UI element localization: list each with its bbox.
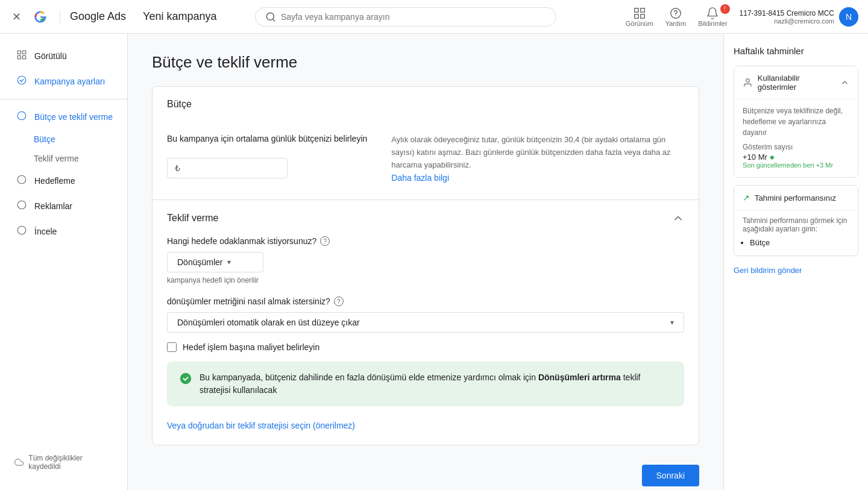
- sidebar-item-hedefleme-label: Hedefleme: [34, 176, 75, 186]
- gorutulu-icon: [16, 49, 27, 63]
- svg-point-12: [17, 112, 26, 120]
- app-name: Google Ads: [60, 10, 126, 23]
- avatar[interactable]: [839, 7, 858, 27]
- sidebar-sub-butce[interactable]: Bütçe: [34, 130, 127, 149]
- budget-label: Bu kampanya için ortalama günlük bütçeni…: [167, 134, 367, 143]
- account-name: 117-391-8415 Cremicro MCC: [740, 9, 834, 17]
- sidebar-item-gorutulu-label: Görütülü: [34, 51, 67, 61]
- metric-question: dönüşümler metriğini nasıl almak istersi…: [167, 297, 684, 306]
- svg-rect-7: [17, 51, 20, 54]
- info-box: Bu kampanyada, bütçeniz dahilinde en faz…: [167, 362, 684, 406]
- svg-point-13: [17, 175, 26, 184]
- sidebar-item-gorutulu[interactable]: Görütülü: [0, 43, 127, 69]
- budget-card-header: Bütçe: [153, 87, 699, 122]
- topnav: ✕ Google Ads Yeni kampanya Görünüm: [0, 0, 868, 34]
- reklamlar-icon: [16, 199, 27, 213]
- sidebar-item-hedefleme[interactable]: Hedefleme: [0, 168, 127, 193]
- donusumler-value: Dönüşümler: [177, 257, 222, 267]
- metric-help-icon[interactable]: ?: [334, 297, 344, 306]
- bildirimler-label: Bildirimler: [698, 20, 727, 27]
- gorunum-label: Görünüm: [626, 20, 653, 27]
- topnav-actions: Görünüm Yardım ! Bildirimler: [626, 7, 728, 27]
- yardim-icon: [669, 7, 682, 20]
- maliyet-checkbox[interactable]: [167, 342, 177, 352]
- svg-point-16: [180, 373, 191, 384]
- search-bar[interactable]: [255, 7, 556, 27]
- panel-tahmini-header-left: ↗ Tahmini performansınız: [743, 193, 836, 203]
- svg-point-6: [675, 14, 676, 15]
- save-status-text: Tüm değişiklikler kaydedildi: [28, 454, 113, 471]
- panel-title: Haftalık tahminler: [734, 46, 858, 56]
- currency-symbol: ₺: [175, 163, 180, 173]
- stat-label: Gösterim sayısı: [743, 143, 849, 151]
- svg-point-17: [746, 79, 750, 83]
- panel-kullanilabilir-body: Bütçenize veya teklifinize değil, hedefl…: [734, 99, 858, 177]
- bullet-item-butce: Bütçe: [750, 238, 849, 247]
- sidebar-item-kampanya[interactable]: Kampanya ayarları: [0, 69, 127, 94]
- teklif-title: Teklif verme: [167, 213, 218, 224]
- panel-tahmini-section: ↗ Tahmini performansınız Tahmini perform…: [734, 185, 858, 256]
- teklif-collapse-icon: [672, 212, 684, 224]
- teklif-body: Hangi hedefe odaklanmak istiyorsunuz? ? …: [153, 236, 699, 445]
- butce-teklif-icon: [16, 110, 27, 124]
- svg-rect-1: [634, 8, 638, 11]
- close-button[interactable]: ✕: [10, 8, 24, 26]
- sidebar-item-reklamlar[interactable]: Reklamlar: [0, 193, 127, 219]
- metric-value: Dönüşümleri otomatik olarak en üst düzey…: [177, 318, 360, 327]
- stat-bullet: ◆: [770, 154, 775, 160]
- gorunum-icon: [633, 7, 646, 20]
- new-campaign-title: Yeni kampanya: [133, 10, 216, 23]
- sidebar-item-incele[interactable]: İncele: [0, 219, 127, 244]
- app-layout: Görütülü Kampanya ayarları Bütçe ve tekl…: [0, 34, 868, 490]
- teklif-question: Hangi hedefe odaklanmak istiyorsunuz? ?: [167, 236, 684, 246]
- svg-rect-3: [634, 14, 638, 17]
- feedback-link[interactable]: Geri bildirim gönder: [734, 266, 858, 275]
- bildirimler-icon: [706, 7, 719, 20]
- direct-strategy-link[interactable]: Veya doğrudan bir teklif stratejisi seçi…: [167, 421, 355, 430]
- budget-card: Bütçe Bu kampanya için ortalama günlük b…: [152, 86, 699, 445]
- budget-input-wrapper[interactable]: ₺: [167, 158, 288, 178]
- question-help-icon[interactable]: ?: [320, 236, 330, 246]
- avatar-image: [839, 7, 858, 27]
- logo: Google Ads: [31, 7, 126, 27]
- yardim-button[interactable]: Yardım: [665, 7, 687, 27]
- sidebar-item-butce-teklif[interactable]: Bütçe ve teklif verme: [0, 104, 127, 130]
- svg-point-11: [17, 76, 26, 84]
- sidebar-footer: Tüm değişiklikler kaydedildi: [0, 444, 127, 480]
- sidebar: Görütülü Kampanya ayarları Bütçe ve tekl…: [0, 34, 128, 490]
- panel-stat: Gösterim sayısı +10 Mr ◆ Son güncellemed…: [743, 143, 849, 169]
- next-button[interactable]: Sonraki: [642, 465, 699, 486]
- gorunum-button[interactable]: Görünüm: [626, 7, 653, 27]
- user-email: nazli@cremicro.com: [740, 17, 834, 25]
- budget-card-title: Bütçe: [167, 99, 192, 110]
- panel-kullanilabilir-label: Kullanılabilir gösterimler: [758, 74, 835, 92]
- budget-input[interactable]: [184, 163, 280, 173]
- search-input[interactable]: [281, 12, 546, 22]
- checkbox-row: Hedef işlem başına maliyet belirleyin: [167, 342, 684, 352]
- sidebar-sub-teklif[interactable]: Teklif verme: [34, 149, 127, 168]
- google-ads-logo: [31, 7, 50, 27]
- more-info-link[interactable]: Daha fazla bilgi: [391, 173, 449, 183]
- checkbox-label: Hedef işlem başına maliyet belirleyin: [183, 342, 319, 352]
- panel-bullet-list: Bütçe: [750, 238, 849, 247]
- panel-tahmini-body: Tahmini performansı görmek için aşağıdak…: [734, 210, 858, 256]
- cloud-icon: [14, 457, 24, 467]
- bildirimler-button[interactable]: ! Bildirimler: [698, 7, 727, 27]
- user-info: 117-391-8415 Cremicro MCC nazli@cremicro…: [740, 7, 858, 27]
- sidebar-item-incele-label: İncele: [34, 227, 57, 236]
- performance-icon: ↗: [743, 193, 750, 203]
- right-panel: Haftalık tahminler Kullanılabilir göster…: [723, 34, 868, 490]
- info-box-check-icon: [179, 372, 192, 388]
- donusumler-dropdown[interactable]: Dönüşümler ▾: [167, 252, 263, 272]
- panel-kullanilabilir-section: Kullanılabilir gösterimler Bütçenize vey…: [734, 66, 858, 178]
- panel-kullanilabilir-header[interactable]: Kullanılabilir gösterimler: [734, 66, 858, 99]
- svg-rect-4: [641, 14, 644, 17]
- budget-info-text: Aylık olarak ödeyeceğiniz tutar, günlük …: [391, 134, 684, 185]
- metric-dropdown[interactable]: Dönüşümleri otomatik olarak en üst düzey…: [167, 312, 684, 333]
- kampanya-icon: [16, 75, 27, 88]
- panel-tahmini-header[interactable]: ↗ Tahmini performansınız: [734, 186, 858, 210]
- svg-rect-2: [641, 8, 644, 11]
- teklif-header[interactable]: Teklif verme: [153, 199, 699, 236]
- hedefleme-icon: [16, 174, 27, 187]
- page-title: Bütçe ve teklif verme: [152, 53, 699, 72]
